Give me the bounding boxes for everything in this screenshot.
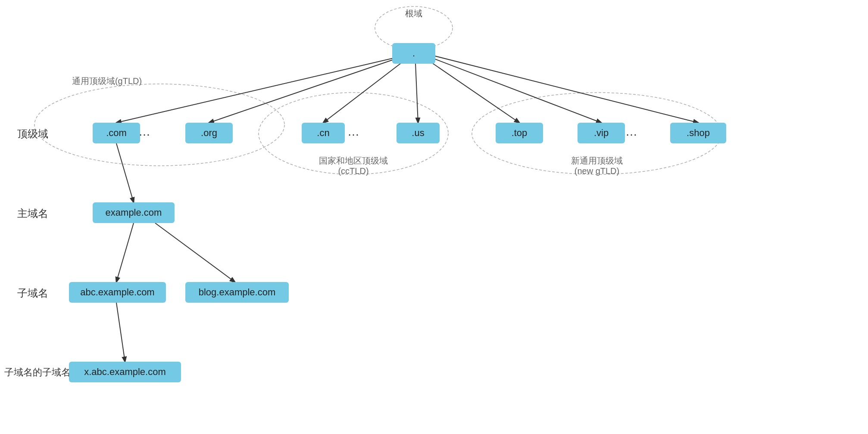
node-root: .	[392, 43, 435, 64]
diagram: 根域 通用顶级域(gTLD) 国家和地区顶级域 (ccTLD) 新通用顶级域 (…	[0, 0, 868, 434]
svg-line-4	[116, 53, 414, 123]
node-org: .org	[185, 123, 233, 143]
svg-line-13	[155, 223, 235, 282]
label-sub-subdomain: 子域名的子域名	[4, 366, 71, 379]
svg-line-8	[418, 53, 519, 123]
svg-line-5	[209, 53, 412, 123]
svg-text:…: …	[625, 125, 637, 138]
svg-text:(new gTLD): (new gTLD)	[575, 166, 619, 176]
svg-line-11	[116, 143, 134, 202]
svg-line-9	[420, 53, 601, 123]
node-top: .top	[496, 123, 543, 143]
svg-line-7	[415, 53, 418, 123]
node-com: .com	[93, 123, 140, 143]
svg-text:(ccTLD): (ccTLD)	[338, 166, 368, 176]
svg-point-1	[34, 84, 284, 166]
svg-text:通用顶级域(gTLD): 通用顶级域(gTLD)	[72, 76, 142, 86]
node-blog-example: blog.example.com	[185, 282, 289, 303]
label-subdomain: 子域名	[17, 286, 48, 300]
node-cn: .cn	[302, 123, 345, 143]
svg-line-10	[425, 53, 698, 123]
node-x-abc: x.abc.example.com	[69, 362, 181, 382]
svg-text:…: …	[347, 125, 359, 138]
node-vip: .vip	[578, 123, 625, 143]
node-us: .us	[397, 123, 440, 143]
svg-line-12	[116, 223, 134, 282]
node-shop: .shop	[670, 123, 726, 143]
svg-text:新通用顶级域: 新通用顶级域	[571, 156, 623, 165]
node-example-com: example.com	[93, 202, 175, 223]
node-abc-example: abc.example.com	[69, 282, 166, 303]
svg-text:根域: 根域	[405, 9, 422, 18]
svg-text:国家和地区顶级域: 国家和地区顶级域	[319, 156, 388, 165]
label-main-domain: 主域名	[17, 207, 48, 220]
label-tld: 顶级域	[17, 127, 48, 141]
svg-text:…: …	[138, 125, 150, 138]
svg-line-6	[323, 53, 414, 123]
svg-line-14	[116, 303, 125, 362]
